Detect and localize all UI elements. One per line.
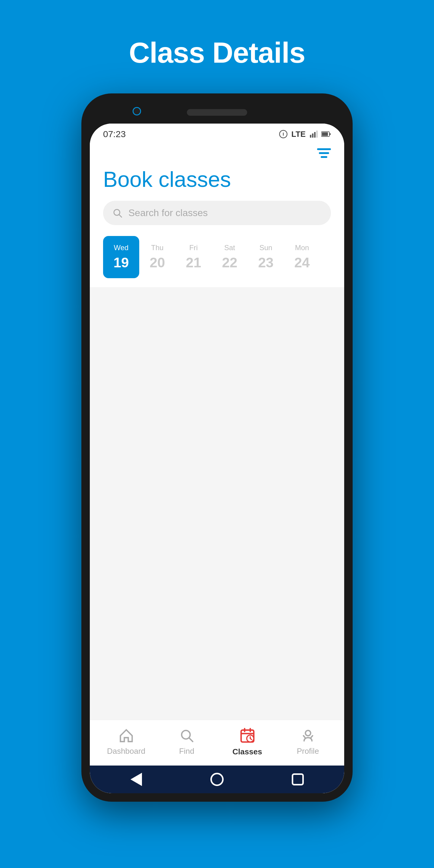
status-icons: LTE — [279, 130, 331, 139]
status-time: 07:23 — [103, 129, 126, 139]
app-content: Book classes Search for classes Wed 19 — [90, 142, 344, 766]
day-name-mon: Mon — [295, 244, 309, 252]
phone-bottom-bar — [90, 766, 344, 793]
nav-label-find: Find — [179, 747, 194, 756]
book-classes-title: Book classes — [90, 161, 344, 201]
day-num-mon: 24 — [294, 254, 310, 271]
calendar-day-wed[interactable]: Wed 19 — [103, 236, 139, 278]
page-title: Class Details — [129, 36, 305, 69]
svg-rect-8 — [330, 133, 331, 135]
calendar-day-sat[interactable]: Sat 22 — [212, 236, 248, 278]
filter-line-1 — [317, 148, 331, 150]
calendar-day-thu[interactable]: Thu 20 — [139, 236, 176, 278]
status-bar: 07:23 LTE — [90, 124, 344, 142]
back-button[interactable] — [128, 772, 144, 787]
nav-label-profile: Profile — [297, 747, 319, 756]
battery-icon — [321, 130, 331, 138]
back-icon — [130, 773, 142, 786]
classes-icon — [239, 727, 256, 744]
svg-rect-2 — [310, 135, 311, 137]
day-name-wed: Wed — [114, 244, 129, 252]
svg-line-22 — [310, 736, 313, 738]
home-icon — [119, 728, 134, 744]
recents-icon — [292, 773, 304, 785]
day-name-fri: Fri — [189, 244, 198, 252]
search-placeholder: Search for classes — [128, 207, 208, 218]
nav-label-dashboard: Dashboard — [107, 747, 145, 756]
bottom-nav: Dashboard Find — [90, 720, 344, 766]
filter-line-2 — [319, 152, 329, 154]
notification-icon — [279, 130, 288, 138]
day-num-thu: 20 — [150, 254, 165, 271]
profile-icon — [300, 728, 316, 744]
day-num-fri: 21 — [186, 254, 201, 271]
day-num-wed: 19 — [113, 254, 129, 271]
phone-frame: 07:23 LTE — [82, 93, 352, 802]
svg-point-20 — [305, 731, 310, 736]
svg-rect-3 — [312, 133, 313, 138]
nav-item-profile[interactable]: Profile — [287, 728, 329, 756]
day-name-sun: Sun — [259, 244, 273, 252]
signal-icon — [309, 130, 318, 138]
filter-line-3 — [321, 156, 327, 158]
day-num-sat: 22 — [222, 254, 237, 271]
svg-rect-7 — [322, 132, 328, 136]
svg-line-12 — [189, 738, 193, 742]
svg-line-10 — [119, 215, 121, 217]
content-area — [90, 287, 344, 720]
nav-item-find[interactable]: Find — [166, 728, 208, 756]
day-name-sat: Sat — [224, 244, 235, 252]
home-nav-icon — [210, 773, 224, 786]
svg-rect-5 — [316, 130, 318, 137]
lte-icon: LTE — [291, 130, 306, 139]
svg-line-21 — [303, 736, 305, 738]
calendar-strip: Wed 19 Thu 20 Fri 21 Sat 22 — [90, 236, 344, 287]
phone-camera — [133, 107, 141, 116]
svg-rect-4 — [314, 132, 315, 138]
day-name-thu: Thu — [151, 244, 163, 252]
calendar-day-sun[interactable]: Sun 23 — [248, 236, 284, 278]
nav-item-classes[interactable]: Classes — [226, 727, 269, 756]
find-search-icon — [179, 728, 195, 744]
nav-item-dashboard[interactable]: Dashboard — [105, 728, 147, 756]
recents-button[interactable] — [290, 772, 306, 787]
search-bar[interactable]: Search for classes — [103, 201, 331, 225]
day-num-sun: 23 — [258, 254, 273, 271]
home-button[interactable] — [209, 772, 225, 787]
nav-label-classes: Classes — [232, 747, 262, 756]
phone-wrapper: 07:23 LTE — [0, 93, 434, 868]
calendar-day-mon[interactable]: Mon 24 — [284, 236, 320, 278]
filter-button[interactable] — [317, 148, 331, 158]
app-header — [90, 142, 344, 161]
phone-screen: 07:23 LTE — [90, 124, 344, 793]
phone-speaker — [187, 109, 247, 116]
calendar-day-fri[interactable]: Fri 21 — [176, 236, 212, 278]
search-icon — [112, 208, 123, 218]
